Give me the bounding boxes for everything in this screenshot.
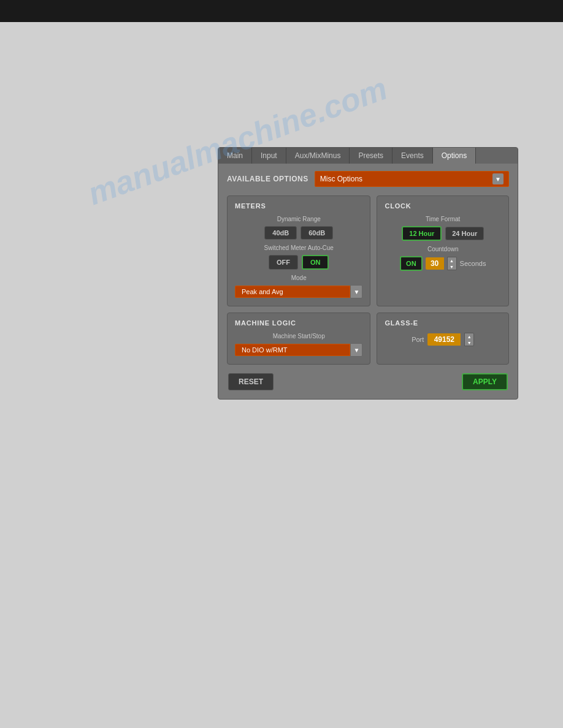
countdown-label: Countdown xyxy=(385,246,501,252)
machine-logic-title: MACHINE LOGIC xyxy=(235,319,362,327)
mode-label: Mode xyxy=(235,275,362,281)
tab-presets[interactable]: Presets xyxy=(350,148,393,164)
dropdown-arrow-icon: ▼ xyxy=(492,173,504,184)
meters-title: METERS xyxy=(235,202,362,210)
on-button[interactable]: ON xyxy=(302,255,329,270)
clock-section: CLOCK Time Format 12 Hour 24 Hour Countd… xyxy=(377,195,509,306)
port-row: Port 49152 ▲ ▼ xyxy=(385,333,501,346)
12hour-button[interactable]: 12 Hour xyxy=(402,226,442,241)
countdown-unit: Seconds xyxy=(460,260,486,267)
time-format-buttons: 12 Hour 24 Hour xyxy=(385,226,501,241)
main-panel: Main Input Aux/MixMinus Presets Events O… xyxy=(218,147,518,400)
available-options-label: AVAILABLE OPTIONS xyxy=(227,175,308,183)
glass-e-section: GLASS-E Port 49152 ▲ ▼ xyxy=(377,313,509,365)
auto-cue-buttons: OFF ON xyxy=(235,255,362,270)
off-button[interactable]: OFF xyxy=(269,255,298,270)
available-options-row: AVAILABLE OPTIONS Misc Options ▼ xyxy=(227,171,509,187)
footer-row: RESET APPLY xyxy=(227,371,509,390)
spin-down-icon[interactable]: ▼ xyxy=(448,264,456,270)
panel-body: AVAILABLE OPTIONS Misc Options ▼ METERS … xyxy=(218,164,518,399)
countdown-spinner[interactable]: ▲ ▼ xyxy=(447,257,457,270)
machine-logic-value: No DIO w/RMT xyxy=(235,344,350,356)
misc-options-value: Misc Options xyxy=(320,175,492,183)
24hour-button[interactable]: 24 Hour xyxy=(445,227,484,240)
port-spinner[interactable]: ▲ ▼ xyxy=(464,333,474,346)
tab-main[interactable]: Main xyxy=(218,148,252,164)
tab-input[interactable]: Input xyxy=(252,148,286,164)
top-bar xyxy=(0,0,563,22)
misc-options-dropdown[interactable]: Misc Options ▼ xyxy=(315,171,509,187)
machine-logic-dropdown-arrow[interactable]: ▼ xyxy=(350,343,362,357)
countdown-row: ON 30 ▲ ▼ Seconds xyxy=(385,256,501,271)
countdown-on-button[interactable]: ON xyxy=(400,256,423,271)
machine-logic-dropdown-row: No DIO w/RMT ▼ xyxy=(235,343,362,357)
spin-up-icon[interactable]: ▲ xyxy=(448,257,456,264)
apply-button[interactable]: APPLY xyxy=(462,373,508,390)
glass-e-title: GLASS-E xyxy=(385,319,501,327)
60db-button[interactable]: 60dB xyxy=(301,226,333,240)
mode-value: Peak and Avg xyxy=(235,286,350,298)
mode-dropdown-row: Peak and Avg ▼ xyxy=(235,285,362,298)
time-format-label: Time Format xyxy=(385,216,501,222)
machine-start-stop-label: Machine Start/Stop xyxy=(235,333,362,339)
port-spin-up-icon[interactable]: ▲ xyxy=(465,333,473,339)
machine-logic-section: MACHINE LOGIC Machine Start/Stop No DIO … xyxy=(227,313,370,365)
meters-section: METERS Dynamic Range 40dB 60dB Switched … xyxy=(227,195,370,306)
auto-cue-label: Switched Meter Auto-Cue xyxy=(235,245,362,251)
tab-options[interactable]: Options xyxy=(433,148,476,164)
countdown-value: 30 xyxy=(426,257,444,270)
tab-events[interactable]: Events xyxy=(393,148,433,164)
reset-button[interactable]: RESET xyxy=(228,373,274,390)
port-label: Port xyxy=(412,336,424,343)
tab-bar: Main Input Aux/MixMinus Presets Events O… xyxy=(218,148,518,164)
port-spin-down-icon[interactable]: ▼ xyxy=(465,339,473,346)
40db-button[interactable]: 40dB xyxy=(264,226,297,240)
mode-dropdown-arrow[interactable]: ▼ xyxy=(350,285,362,298)
top-sections-row: METERS Dynamic Range 40dB 60dB Switched … xyxy=(227,195,509,306)
port-value: 49152 xyxy=(427,333,461,346)
bottom-sections-row: MACHINE LOGIC Machine Start/Stop No DIO … xyxy=(227,313,509,365)
clock-title: CLOCK xyxy=(385,202,501,210)
tab-auxmixminus[interactable]: Aux/MixMinus xyxy=(286,148,350,164)
dynamic-range-buttons: 40dB 60dB xyxy=(235,226,362,240)
dynamic-range-label: Dynamic Range xyxy=(235,216,362,222)
